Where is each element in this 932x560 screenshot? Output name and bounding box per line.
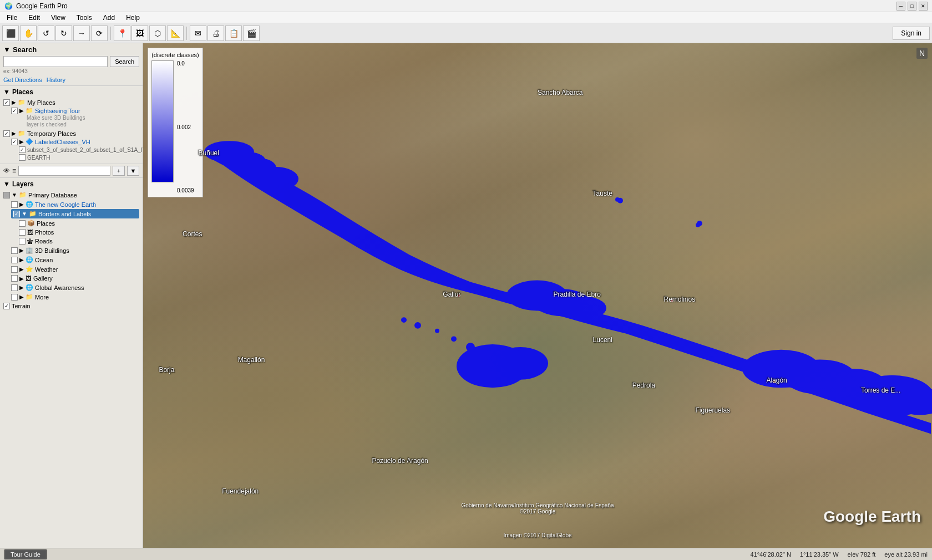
labeled-classes-link[interactable]: LabeledClasses_VH — [35, 139, 90, 145]
menu-file[interactable]: File — [4, 13, 19, 23]
toolbar-email[interactable]: ✉ — [190, 26, 206, 41]
search-button[interactable]: Search — [110, 56, 139, 67]
my-places-label: My Places — [27, 99, 55, 106]
global-awareness-checkbox[interactable] — [11, 284, 18, 291]
toolbar-record[interactable]: 🎬 — [243, 26, 260, 41]
search-arrow-icon: ▼ — [3, 45, 11, 54]
toolbar-image[interactable]: 🖼 — [131, 26, 148, 41]
close-button[interactable]: ✕ — [919, 2, 928, 11]
layer-more: ▶ 📁 More — [11, 292, 139, 302]
legend-title: (discrete classes) — [151, 52, 199, 58]
get-directions-link[interactable]: Get Directions — [3, 77, 42, 83]
ocean-checkbox[interactable] — [11, 257, 18, 263]
global-expand[interactable]: ▶ — [19, 284, 24, 291]
minimize-button[interactable]: ─ — [896, 2, 905, 11]
borders-checkbox[interactable] — [13, 211, 20, 217]
places-header[interactable]: ▼ Places — [3, 88, 139, 96]
legend-labels: 0.0 0.002 0.0039 — [175, 60, 194, 194]
toolbar-rotate-right[interactable]: ↻ — [55, 26, 72, 41]
sightseeing-checkbox[interactable] — [11, 108, 18, 114]
layer-borders-labels[interactable]: ▼ 📁 Borders and Labels — [11, 209, 139, 218]
places-layer-icon: 📦 — [27, 220, 35, 227]
titlebar-left: 🌍 Google Earth Pro — [4, 2, 68, 10]
layer-3d-buildings: ▶ 🏢 3D Buildings — [11, 246, 139, 255]
primary-db-label: Primary Database — [28, 192, 77, 198]
layer-gallery: ▶ 🖼 Gallery — [11, 274, 139, 283]
global-awareness-icon: 🌐 — [26, 284, 33, 291]
menu-add[interactable]: Add — [101, 13, 117, 23]
layers-title: Layers — [12, 180, 34, 188]
latitude: 41°46'28.02" N — [750, 551, 791, 558]
legend-scale: 0.0 0.002 0.0039 — [151, 60, 199, 194]
satellite-map — [143, 43, 932, 548]
gearth-checkbox[interactable] — [19, 154, 26, 161]
map-area[interactable]: (discrete classes) 0.0 0.002 0.0039 N Sa… — [143, 43, 932, 548]
layers-header[interactable]: ▼ Layers — [3, 180, 139, 188]
photos-checkbox[interactable] — [19, 229, 26, 236]
gallery-checkbox[interactable] — [11, 275, 18, 282]
borders-expand[interactable]: ▼ — [22, 211, 27, 217]
toolbar-rotate-left[interactable]: ↺ — [38, 26, 54, 41]
sightseeing-expand[interactable]: ▶ — [19, 108, 24, 114]
sightseeing-link[interactable]: Sightseeing Tour — [35, 108, 80, 114]
more-expand[interactable]: ▶ — [19, 294, 24, 300]
temp-places-expand[interactable]: ▶ — [12, 130, 16, 136]
toolbar-polygon[interactable]: ⬡ — [149, 26, 166, 41]
primary-db-checkbox[interactable] — [3, 192, 10, 198]
temp-places-checkbox[interactable] — [3, 130, 10, 137]
sightseeing-folder-icon: 📁 — [26, 107, 33, 114]
app-icon: 🌍 — [4, 2, 13, 10]
menu-tools[interactable]: Tools — [74, 13, 94, 23]
gallery-icon: 🖼 — [26, 275, 32, 282]
layer-ocean: ▶ 🌐 Ocean — [11, 255, 139, 264]
menu-view[interactable]: View — [49, 13, 68, 23]
toolbar-refresh[interactable]: ⟳ — [91, 26, 108, 41]
toolbar-copy[interactable]: 📋 — [225, 26, 242, 41]
weather-checkbox[interactable] — [11, 266, 18, 273]
layers-section: ▼ Layers ▼ 📁 Primary Database ▶ 🌐 The ne… — [0, 178, 143, 548]
toolbar: ⬛ ✋ ↺ ↻ → ⟳ 📍 🖼 ⬡ 📐 ✉ 🖨 📋 🎬 Sign in — [0, 23, 932, 43]
left-panel: ▼ Search Search ex: 94043 Get Directions… — [0, 43, 143, 548]
menubar: File Edit View Tools Add Help — [0, 12, 932, 23]
menu-edit[interactable]: Edit — [26, 13, 42, 23]
places-layer-checkbox[interactable] — [19, 220, 26, 227]
toolbar-print[interactable]: 🖨 — [207, 26, 224, 41]
gallery-expand[interactable]: ▶ — [19, 276, 24, 282]
signin-button[interactable]: Sign in — [893, 27, 930, 40]
history-link[interactable]: History — [47, 77, 65, 83]
toolbar-placemark[interactable]: 📍 — [114, 26, 130, 41]
places-more-btn[interactable]: ▼ — [127, 166, 139, 176]
toolbar-arrow[interactable]: → — [73, 26, 90, 41]
maximize-button[interactable]: □ — [908, 2, 916, 11]
search-header[interactable]: ▼ Search — [3, 45, 139, 54]
gearth-label: GEARTH — [27, 155, 50, 161]
map-copyright: Gobierno de Navarra/Instituto Geográfico… — [461, 502, 614, 515]
my-places-checkbox[interactable] — [3, 99, 10, 106]
new-ge-expand[interactable]: ▶ — [19, 201, 24, 207]
search-input[interactable] — [3, 56, 108, 67]
layer-global-awareness: ▶ 🌐 Global Awareness — [11, 283, 139, 292]
terrain-checkbox[interactable] — [3, 303, 10, 309]
menu-help[interactable]: Help — [124, 13, 142, 23]
3d-buildings-checkbox[interactable] — [11, 247, 18, 254]
toolbar-move-btn[interactable]: ✋ — [20, 26, 37, 41]
places-search-input[interactable] — [18, 166, 110, 176]
toolbar-search-btn[interactable]: ⬛ — [2, 26, 19, 41]
subset-checkbox[interactable] — [19, 146, 26, 153]
weather-expand[interactable]: ▶ — [19, 266, 24, 272]
labeled-classes-checkbox[interactable] — [11, 139, 18, 145]
new-google-earth-checkbox[interactable] — [11, 201, 18, 208]
roads-checkbox[interactable] — [19, 238, 26, 245]
toolbar-path[interactable]: 📐 — [167, 26, 184, 41]
primary-db-expand[interactable]: ▼ — [12, 192, 17, 198]
borders-folder-icon: 📁 — [29, 210, 37, 217]
tour-guide-button[interactable]: Tour Guide — [4, 549, 47, 559]
my-places-expand[interactable]: ▶ — [12, 99, 16, 105]
ocean-expand[interactable]: ▶ — [19, 257, 24, 263]
labeled-expand[interactable]: ▶ — [19, 139, 24, 145]
places-add-btn[interactable]: + — [113, 166, 125, 176]
search-input-row: Search — [3, 56, 139, 67]
3d-expand[interactable]: ▶ — [19, 247, 24, 253]
more-checkbox[interactable] — [11, 294, 18, 301]
new-ge-link[interactable]: The new Google Earth — [35, 201, 96, 208]
